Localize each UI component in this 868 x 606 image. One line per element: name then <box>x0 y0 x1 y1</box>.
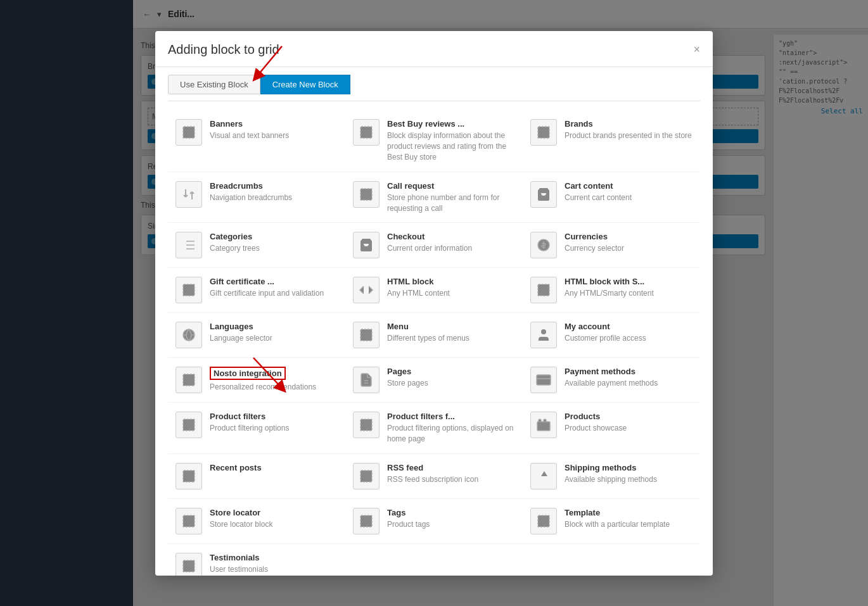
block-item-banners[interactable]: BannersVisual and text banners <box>168 110 345 172</box>
block-name: Categories <box>210 232 338 241</box>
block-item-html-block[interactable]: HTML blockAny HTML content <box>345 268 523 313</box>
modal-title: Adding block to grid <box>168 42 279 57</box>
modal-overlay: Adding block to grid × Use Existing Bloc… <box>0 0 868 606</box>
block-icon-cart <box>530 181 557 208</box>
block-info: BannersVisual and text banners <box>210 119 338 141</box>
block-icon-dashed-square <box>353 463 380 489</box>
block-item-pages[interactable]: PagesStore pages <box>345 358 523 403</box>
svg-rect-1 <box>183 127 195 138</box>
block-icon-dashed-square <box>176 119 202 146</box>
modal-close-button[interactable]: × <box>693 44 700 55</box>
block-item-products[interactable]: ProductsProduct showcase <box>523 403 700 454</box>
block-item-menu[interactable]: MenuDifferent types of menus <box>345 313 523 358</box>
svg-rect-20 <box>537 375 551 385</box>
block-item-testimonials[interactable]: TestimonialsUser testimonials <box>168 544 345 575</box>
block-item-html-block-with-s[interactable]: HTML block with S...Any HTML/Smarty cont… <box>523 268 700 313</box>
svg-rect-26 <box>361 470 372 482</box>
svg-rect-17 <box>183 374 195 386</box>
block-item-cart-content[interactable]: Cart contentCurrent cart content <box>523 172 700 224</box>
block-item-nosto-integration[interactable]: Nosto integrationPersonalized recommenda… <box>168 358 345 403</box>
block-desc: Different types of menus <box>387 333 515 344</box>
svg-rect-30 <box>183 560 195 572</box>
block-desc: RSS feed subscription icon <box>387 474 515 485</box>
block-item-rss-feed[interactable]: RSS feedRSS feed subscription icon <box>345 454 523 499</box>
block-name: Template <box>565 508 692 517</box>
block-icon-page <box>353 367 380 393</box>
block-info: MenuDifferent types of menus <box>387 322 515 344</box>
block-icon-person <box>530 322 557 348</box>
block-desc: Product showcase <box>565 423 692 434</box>
block-icon-arrows <box>176 181 202 208</box>
block-item-payment-methods[interactable]: Payment methodsAvailable payment methods <box>523 358 700 403</box>
block-item-gift-certificate-[interactable]: Gift certificate ...Gift certificate inp… <box>168 268 345 313</box>
block-name: Recent posts <box>210 463 338 472</box>
block-item-template[interactable]: TemplateBlock with a particular template <box>523 499 700 544</box>
create-new-block-tab[interactable]: Create New Block <box>260 75 350 94</box>
block-name: Product filters f... <box>387 412 515 421</box>
block-icon-payment <box>530 367 557 393</box>
block-info: Store locatorStore locator block <box>210 508 338 530</box>
svg-rect-27 <box>183 515 195 527</box>
block-desc: Available payment methods <box>565 378 692 389</box>
block-name: Languages <box>210 322 338 331</box>
block-name: HTML block <box>387 277 515 286</box>
block-icon-dashed-square <box>353 412 380 438</box>
block-name: HTML block with S... <box>565 277 692 286</box>
block-desc: User testimonials <box>210 564 338 575</box>
modal-body[interactable]: BannersVisual and text bannersBest Buy r… <box>155 101 713 575</box>
block-desc: Navigation breadcrumbs <box>210 193 338 203</box>
block-icon-dashed-square <box>530 277 557 303</box>
block-icon-shipping <box>530 463 557 489</box>
blocks-grid: BannersVisual and text bannersBest Buy r… <box>168 110 700 575</box>
block-info: Best Buy reviews ...Block display inform… <box>387 119 515 162</box>
block-desc: Category trees <box>210 243 338 254</box>
svg-rect-29 <box>538 515 549 527</box>
svg-rect-3 <box>538 127 549 138</box>
block-name: Payment methods <box>565 367 692 376</box>
block-name: Brands <box>565 119 692 129</box>
block-item-product-filters-f[interactable]: Product filters f...Product filtering op… <box>345 403 523 454</box>
block-item-tags[interactable]: TagsProduct tags <box>345 499 523 544</box>
block-info: CheckoutCurrent order information <box>387 232 515 254</box>
svg-rect-22 <box>183 419 195 431</box>
block-item-call-request[interactable]: Call requestStore phone number and form … <box>345 172 523 224</box>
block-desc: Language selector <box>210 333 338 344</box>
block-info: Recent posts <box>210 463 338 474</box>
block-name: Menu <box>387 322 515 331</box>
block-item-my-account[interactable]: My accountCustomer profile access <box>523 313 700 358</box>
block-name: Pages <box>387 367 515 376</box>
block-desc: Product brands presented in the store <box>565 130 692 141</box>
block-name: Product filters <box>210 412 338 421</box>
block-desc: Store locator block <box>210 519 338 530</box>
block-item-brands[interactable]: BrandsProduct brands presented in the st… <box>523 110 700 172</box>
block-item-currencies[interactable]: CurrenciesCurrency selector <box>523 223 700 268</box>
block-icon-dashed-square <box>353 322 380 348</box>
block-name: Call request <box>387 181 515 191</box>
block-name: Store locator <box>210 508 338 517</box>
block-name: Products <box>565 412 692 421</box>
block-item-recent-posts[interactable]: Recent posts <box>168 454 345 499</box>
block-item-categories[interactable]: CategoriesCategory trees <box>168 223 345 268</box>
block-item-languages[interactable]: LanguagesLanguage selector <box>168 313 345 358</box>
block-info: Product filters f...Product filtering op… <box>387 412 515 445</box>
block-desc: Product tags <box>387 519 515 530</box>
block-item-shipping-methods[interactable]: Shipping methodsAvailable shipping metho… <box>523 454 700 499</box>
block-desc: Block display information about the prod… <box>387 130 515 162</box>
block-name: Nosto integration <box>210 367 286 380</box>
block-item-best-buy-reviews-[interactable]: Best Buy reviews ...Block display inform… <box>345 110 523 172</box>
block-name: Breadcrumbs <box>210 181 338 191</box>
block-icon-dashed-square <box>530 508 557 534</box>
block-icon-dashed-square <box>176 553 202 575</box>
block-icon-dashed-square <box>176 277 202 303</box>
use-existing-block-tab[interactable]: Use Existing Block <box>168 75 260 94</box>
block-info: ProductsProduct showcase <box>565 412 692 434</box>
block-item-breadcrumbs[interactable]: BreadcrumbsNavigation breadcrumbs <box>168 172 345 224</box>
block-icon-dashed-square <box>176 367 202 393</box>
block-item-checkout[interactable]: CheckoutCurrent order information <box>345 223 523 268</box>
svg-rect-16 <box>361 329 372 341</box>
block-info: TagsProduct tags <box>387 508 515 530</box>
block-item-store-locator[interactable]: Store locatorStore locator block <box>168 499 345 544</box>
block-item-product-filters[interactable]: Product filtersProduct filtering options <box>168 403 345 454</box>
block-desc: Visual and text banners <box>210 130 338 141</box>
block-icon-code <box>353 277 380 303</box>
